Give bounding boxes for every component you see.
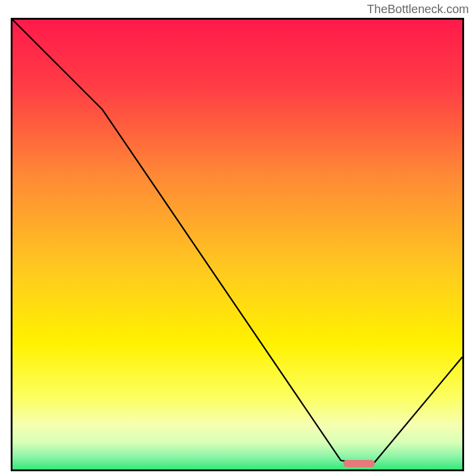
chart-frame (11, 18, 464, 471)
optimal-marker (343, 460, 375, 467)
watermark-text: TheBottleneck.com (367, 2, 469, 16)
bottleneck-curve (12, 20, 462, 469)
